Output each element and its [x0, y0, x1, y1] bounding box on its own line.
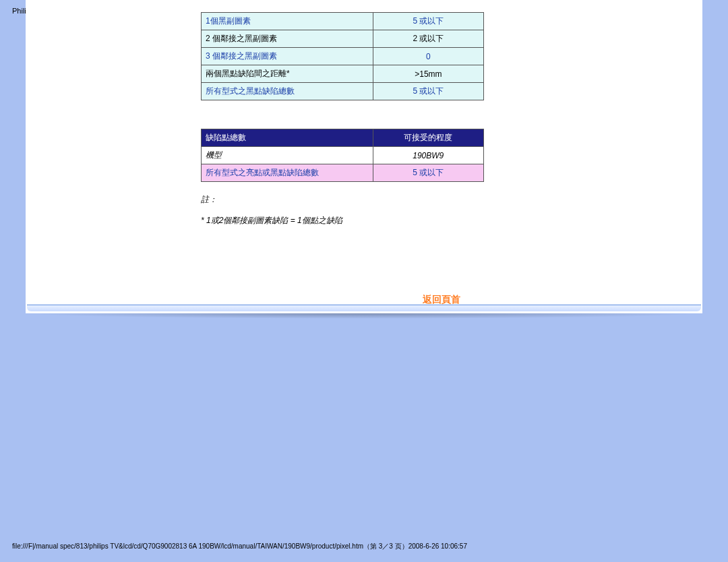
- cell-label: 兩個黑點缺陷間之距離*: [202, 65, 373, 82]
- content-main: 1個黑副圖素 5 或以下 2 個鄰接之黑副圖素 2 或以下 3 個鄰接之黑副圖素…: [201, 12, 682, 309]
- cell-value: 2 或以下: [373, 30, 483, 47]
- content-inner: 1個黑副圖素 5 或以下 2 個鄰接之黑副圖素 2 或以下 3 個鄰接之黑副圖素…: [26, 0, 702, 309]
- page-shadow: [26, 313, 702, 319]
- table-header-row: 缺陷點總數 可接受的程度: [202, 129, 483, 146]
- cell-label: 1個黑副圖素: [202, 13, 373, 30]
- table-row: 所有型式之黑點缺陷總數 5 或以下: [202, 83, 483, 100]
- back-to-top-link[interactable]: 返回頁首: [423, 294, 460, 305]
- cell-label: 3 個鄰接之黑副圖素: [202, 48, 373, 65]
- total-defect-table: 缺陷點總數 可接受的程度 機型 190BW9 所有型式之亮點或黑點缺陷總數 5 …: [201, 129, 484, 182]
- table-row: 所有型式之亮點或黑點缺陷總數 5 或以下: [202, 164, 483, 181]
- cell-label: 所有型式之黑點缺陷總數: [202, 83, 373, 100]
- cell-value: 190BW9: [373, 147, 484, 164]
- black-dot-defect-table: 1個黑副圖素 5 或以下 2 個鄰接之黑副圖素 2 或以下 3 個鄰接之黑副圖素…: [201, 12, 484, 100]
- page-container: 1個黑副圖素 5 或以下 2 個鄰接之黑副圖素 2 或以下 3 個鄰接之黑副圖素…: [26, 0, 702, 313]
- cell-value: 5 或以下: [373, 83, 483, 100]
- notes-section: 註： * 1或2個鄰接副圖素缺陷 = 1個點之缺陷: [201, 194, 682, 226]
- cell-label: 機型: [202, 147, 373, 164]
- page-footer-divider: [27, 305, 701, 311]
- cell-value: 0: [373, 48, 483, 65]
- header-right: 可接受的程度: [373, 129, 484, 146]
- table-row: 3 個鄰接之黑副圖素 0: [202, 48, 483, 65]
- cell-value: 5 或以下: [373, 164, 484, 181]
- cell-label: 2 個鄰接之黑副圖素: [202, 30, 373, 47]
- note-line: * 1或2個鄰接副圖素缺陷 = 1個點之缺陷: [201, 215, 682, 226]
- cell-value: 5 或以下: [373, 13, 483, 30]
- table-row: 兩個黑點缺陷間之距離* >15mm: [202, 65, 483, 82]
- cell-value: >15mm: [373, 65, 483, 82]
- table-row: 1個黑副圖素 5 或以下: [202, 13, 483, 30]
- header-left: 缺陷點總數: [202, 129, 373, 146]
- note-line: 註：: [201, 194, 682, 206]
- file-path-footer: file:///F|/manual spec/813/philips TV&lc…: [12, 542, 467, 551]
- table-row: 2 個鄰接之黑副圖素 2 或以下: [202, 30, 483, 47]
- cell-label: 所有型式之亮點或黑點缺陷總數: [202, 164, 373, 181]
- table-row: 機型 190BW9: [202, 147, 483, 164]
